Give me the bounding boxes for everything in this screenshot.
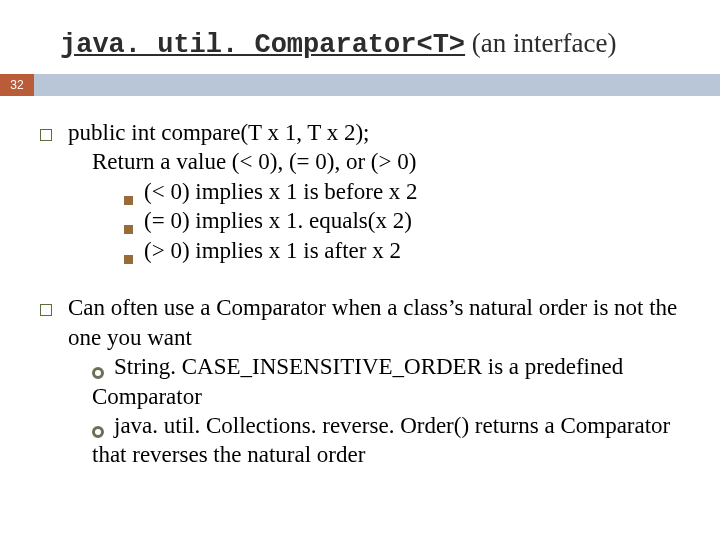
bullet-item: public int compare(T x 1, T x 2); Return…	[40, 118, 680, 265]
sub-bullet-item: (< 0) implies x 1 is before x 2	[124, 177, 680, 206]
sub-bullets: String. CASE_INSENSITIVE_ORDER is a pred…	[68, 352, 680, 470]
slide-body: public int compare(T x 1, T x 2); Return…	[0, 96, 720, 470]
sub-bullet-text: (> 0) implies x 1 is after x 2	[144, 236, 401, 265]
sub-bullet-continuation: Comparator	[92, 382, 680, 411]
filled-square-icon	[124, 177, 144, 206]
ring-icon	[92, 352, 114, 381]
sub-bullet-item: java. util. Collections. reverse. Order(…	[92, 411, 680, 440]
filled-square-icon	[124, 236, 144, 265]
sub-bullet-text: (< 0) implies x 1 is before x 2	[144, 177, 418, 206]
title-annotation: (an interface)	[465, 28, 616, 58]
page-number-badge: 32	[0, 74, 34, 96]
sub-bullets: (< 0) implies x 1 is before x 2 (= 0) im…	[68, 177, 680, 265]
bullet-content: Can often use a Comparator when a class’…	[68, 293, 680, 470]
body-line: Return a value (< 0), (= 0), or (> 0)	[68, 147, 680, 176]
body-line: Can often use a Comparator when a class’…	[68, 293, 680, 352]
divider-fill	[34, 74, 720, 96]
bullet-item: Can often use a Comparator when a class’…	[40, 293, 680, 470]
bullet-content: public int compare(T x 1, T x 2); Return…	[68, 118, 680, 265]
sub-bullet-item: (= 0) implies x 1. equals(x 2)	[124, 206, 680, 235]
sub-bullet-text: java. util. Collections. reverse. Order(…	[114, 411, 670, 440]
slide: java. util. Comparator<T> (an interface)…	[0, 0, 720, 540]
body-line: public int compare(T x 1, T x 2);	[68, 118, 680, 147]
slide-title: java. util. Comparator<T> (an interface)	[0, 0, 720, 74]
filled-square-icon	[124, 206, 144, 235]
divider-bar: 32	[0, 74, 720, 96]
sub-bullet-text: (= 0) implies x 1. equals(x 2)	[144, 206, 412, 235]
ring-icon	[92, 411, 114, 440]
sub-bullet-text: String. CASE_INSENSITIVE_ORDER is a pred…	[114, 352, 623, 381]
open-square-icon	[40, 293, 68, 470]
sub-bullet-continuation: that reverses the natural order	[92, 440, 680, 469]
open-square-icon	[40, 118, 68, 265]
sub-bullet-item: (> 0) implies x 1 is after x 2	[124, 236, 680, 265]
sub-bullet-item: String. CASE_INSENSITIVE_ORDER is a pred…	[92, 352, 680, 381]
title-code: java. util. Comparator<T>	[60, 30, 465, 60]
